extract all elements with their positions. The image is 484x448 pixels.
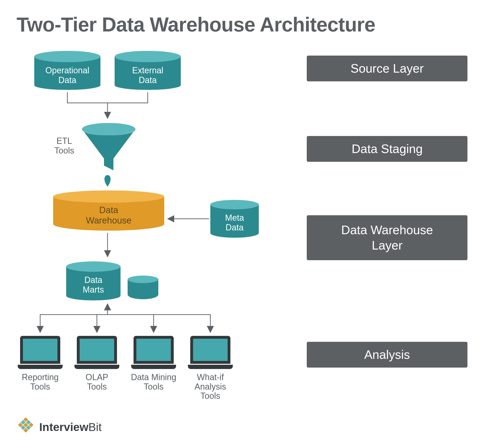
layer-label-staging: Data Staging: [307, 136, 468, 162]
label-whatif-tools: What-ifAnalysisTools: [184, 373, 236, 401]
drop-icon: [104, 175, 111, 184]
cylinder-external-data: ExternalData: [115, 51, 181, 90]
laptop-icon: [188, 336, 233, 369]
label-meta-data: MetaData: [210, 213, 259, 232]
logo-icon: [16, 418, 35, 436]
cylinder-meta-data: MetaData: [210, 200, 259, 238]
label-operational-data: OperationalData: [34, 65, 101, 85]
label-external-data: ExternalData: [115, 65, 181, 85]
label-data-mining-tools: Data MiningTools: [128, 373, 180, 391]
label-data-warehouse: DataWarehouse: [53, 205, 164, 226]
label-etl-tools: ETLTools: [53, 136, 76, 156]
brand-name: InterviewBit: [39, 421, 102, 433]
label-reporting-tools: ReportingTools: [14, 373, 66, 391]
label-data-marts: DataMarts: [66, 275, 121, 295]
svg-point-1: [82, 123, 135, 135]
label-olap-tools: OLAPTools: [71, 373, 123, 391]
layer-label-source: Source Layer: [307, 56, 468, 81]
laptop-icon: [18, 336, 63, 369]
laptop-icon: [74, 336, 119, 369]
cylinder-data-warehouse: DataWarehouse: [53, 190, 164, 231]
brand-logo: InterviewBit: [16, 418, 102, 436]
layer-label-warehouse: Data WarehouseLayer: [307, 215, 468, 260]
cylinder-operational-data: OperationalData: [34, 51, 101, 90]
laptop-icon: [131, 336, 176, 369]
layer-label-analysis: Analysis: [307, 342, 468, 368]
cylinder-data-marts-small: [128, 276, 158, 299]
diagram-title: Two-Tier Data Warehouse Architecture: [16, 13, 375, 36]
cylinder-data-marts: DataMarts: [66, 261, 121, 300]
funnel-icon: [82, 123, 136, 174]
